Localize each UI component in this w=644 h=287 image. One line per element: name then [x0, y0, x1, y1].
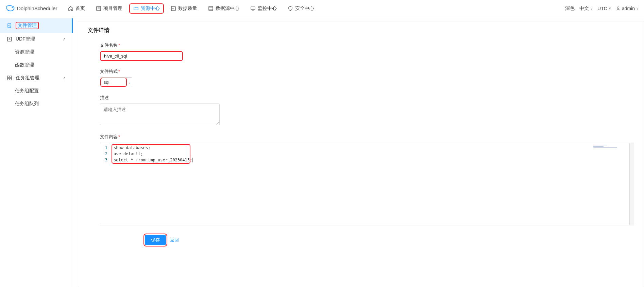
sidebar-label: 函数管理 — [15, 62, 34, 68]
line-number: 2 — [101, 151, 107, 157]
line-number: 3 — [101, 157, 107, 163]
user-icon — [616, 6, 621, 11]
svg-rect-18 — [7, 78, 9, 80]
sidebar-label: UDF管理 — [16, 36, 35, 42]
nav-label: 数据质量 — [178, 5, 197, 12]
editor-minimap[interactable] — [592, 143, 629, 225]
nav-label: 项目管理 — [103, 5, 122, 12]
logo-text: DolphinScheduler — [17, 5, 57, 11]
sidebar-item-task-group-cfg[interactable]: 任务组配置 — [0, 84, 73, 97]
nav-label: 首页 — [75, 5, 85, 12]
folder-icon — [133, 6, 139, 11]
chevron-down-icon: ∨ — [609, 6, 611, 10]
svg-point-12 — [9, 25, 10, 26]
home-icon — [68, 6, 73, 11]
udf-icon — [7, 36, 12, 42]
nav-item-project[interactable]: 项目管理 — [92, 3, 126, 14]
format-value: sql — [104, 80, 109, 85]
logo[interactable]: DolphinScheduler — [5, 5, 57, 12]
quality-icon — [171, 6, 176, 11]
svg-rect-16 — [7, 76, 9, 78]
lang-label: 中文 — [579, 5, 589, 12]
page-title: 文件详情 — [88, 27, 634, 34]
sidebar-item-task-group-mgmt[interactable]: 任务组管理 ∧ — [0, 71, 73, 84]
sidebar-item-task-group-queue[interactable]: 任务组队列 — [0, 97, 73, 110]
tz-label: UTC — [597, 6, 607, 11]
lang-select[interactable]: 中文 ∨ — [579, 5, 593, 12]
nav-item-resource[interactable]: 资源中心 — [129, 3, 164, 14]
sidebar-item-res-mgmt[interactable]: 资源管理 — [0, 46, 73, 59]
main-content: 文件详情 文件名称* 文件格式* sql ∨ 描述 — [78, 21, 644, 287]
sidebar-item-func-mgmt[interactable]: 函数管理 — [0, 59, 73, 71]
back-button[interactable]: 返回 — [170, 237, 179, 243]
text-cursor — [192, 158, 192, 162]
code-line: use default; — [114, 151, 592, 157]
sidebar-label: 文件管理 — [16, 22, 39, 29]
chevron-down-icon: ∨ — [590, 6, 593, 10]
sidebar-label: 任务组配置 — [15, 88, 39, 94]
sidebar: 文件管理 UDF管理 ∧ 资源管理 函数管理 任务组管理 ∧ 任务组配置 任务组… — [0, 17, 73, 287]
code-line: select * from tmp_user_20230415; — [114, 157, 592, 163]
nav-item-datasource[interactable]: 数据源中心 — [204, 3, 243, 14]
task-group-icon — [7, 75, 12, 81]
nav-item-security[interactable]: 安全中心 — [284, 3, 318, 14]
sidebar-label: 任务组管理 — [16, 75, 39, 81]
sidebar-label: 任务组队列 — [15, 101, 39, 107]
format-select[interactable]: sql — [100, 78, 127, 87]
required-indicator: * — [118, 43, 120, 48]
monitor-icon — [250, 6, 256, 11]
timezone-select[interactable]: UTC ∨ — [597, 6, 611, 11]
svg-rect-17 — [10, 76, 12, 78]
logo-icon — [5, 5, 15, 12]
filename-label: 文件名称* — [100, 42, 634, 48]
nav-item-monitor[interactable]: 监控中心 — [246, 3, 281, 14]
required-indicator: * — [118, 134, 120, 139]
sidebar-item-file-mgmt[interactable]: 文件管理 — [0, 18, 73, 33]
desc-textarea[interactable] — [100, 103, 220, 125]
svg-rect-8 — [251, 7, 255, 10]
editor-code-area[interactable]: show databases; use default; select * fr… — [114, 143, 592, 225]
chevron-up-icon: ∧ — [63, 37, 66, 42]
editor-gutter: 1 2 3 — [100, 143, 114, 225]
file-search-icon — [7, 23, 12, 28]
required-indicator: * — [118, 69, 120, 74]
sidebar-item-udf-mgmt[interactable]: UDF管理 ∧ — [0, 33, 73, 46]
svg-point-10 — [617, 6, 619, 8]
content-label: 文件内容* — [100, 134, 634, 140]
editor-scrollbar[interactable] — [629, 143, 634, 225]
svg-rect-14 — [7, 37, 12, 41]
user-menu[interactable]: admin ∨ — [616, 6, 639, 11]
sidebar-label: 资源管理 — [15, 49, 34, 55]
svg-rect-4 — [171, 6, 175, 11]
datasource-icon — [208, 6, 214, 11]
svg-rect-1 — [97, 6, 101, 11]
line-number: 1 — [101, 145, 107, 151]
theme-toggle[interactable]: 深色 — [565, 5, 575, 12]
shield-icon — [288, 6, 293, 11]
desc-label: 描述 — [100, 95, 634, 101]
chevron-down-icon: ∨ — [128, 81, 131, 84]
svg-point-15 — [9, 38, 10, 40]
nav-label: 资源中心 — [141, 5, 160, 12]
filename-input[interactable] — [100, 51, 183, 61]
nav-label: 安全中心 — [295, 5, 314, 12]
format-label: 文件格式* — [100, 68, 634, 75]
nav-item-data-quality[interactable]: 数据质量 — [167, 3, 201, 14]
chevron-down-icon: ∨ — [636, 6, 639, 10]
list-icon — [96, 6, 101, 11]
chevron-up-icon: ∧ — [63, 76, 66, 80]
nav-label: 数据源中心 — [216, 5, 239, 12]
nav-label: 监控中心 — [258, 5, 277, 12]
svg-line-13 — [10, 26, 11, 27]
code-editor[interactable]: 1 2 3 show databases; use default; selec… — [100, 143, 634, 225]
code-line: show databases; — [114, 145, 592, 151]
save-button[interactable]: 保存 — [145, 235, 166, 245]
svg-rect-19 — [10, 78, 12, 80]
svg-point-0 — [12, 7, 13, 8]
svg-rect-5 — [209, 6, 213, 11]
nav-item-home[interactable]: 首页 — [64, 3, 89, 14]
user-label: admin — [622, 6, 635, 11]
